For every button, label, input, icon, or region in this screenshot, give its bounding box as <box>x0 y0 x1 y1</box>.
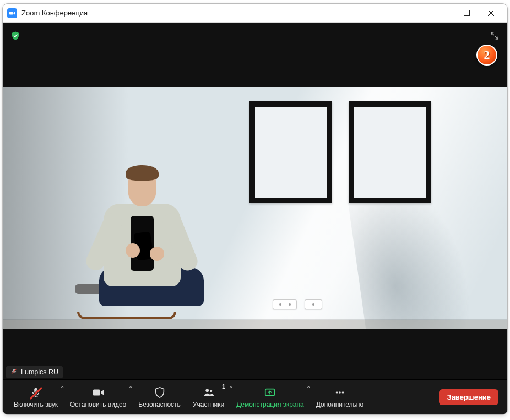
chevron-up-icon[interactable]: ⌃ <box>128 385 133 391</box>
wall-picture-frame <box>349 101 431 203</box>
security-button[interactable]: Безопасность <box>133 382 186 413</box>
svg-point-11 <box>209 390 211 392</box>
seated-person <box>61 215 204 319</box>
participants-count: 1 <box>222 383 225 390</box>
wall-socket <box>305 299 322 309</box>
stop-video-button[interactable]: Остановить видео ⌃ <box>64 382 132 413</box>
meeting-area: 2 <box>3 23 507 414</box>
meeting-topbar <box>3 23 507 51</box>
share-screen-button[interactable]: Демонстрация экрана ⌃ <box>231 382 310 413</box>
meeting-toolbar: Включить звук ⌃ Остановить видео ⌃ Безоп… <box>3 379 507 414</box>
window-minimize-button[interactable] <box>430 4 454 23</box>
app-window: Zoom Конференция 2 <box>2 3 508 415</box>
annotation-step-badge: 2 <box>476 45 497 66</box>
wall-socket <box>273 299 297 309</box>
toolbar-label: Дополнительно <box>316 401 363 408</box>
muted-mic-icon <box>10 368 18 377</box>
annotation-step-number: 2 <box>484 48 490 62</box>
participant-video[interactable] <box>3 87 507 329</box>
video-container <box>3 51 507 365</box>
window-close-button[interactable] <box>479 4 503 23</box>
end-meeting-button[interactable]: Завершение <box>439 389 498 405</box>
unmute-audio-button[interactable]: Включить звук ⌃ <box>8 382 63 413</box>
svg-point-15 <box>342 391 344 394</box>
svg-point-13 <box>336 391 338 394</box>
svg-rect-0 <box>9 12 13 14</box>
wall-picture-frame <box>249 101 332 203</box>
svg-rect-9 <box>93 390 100 396</box>
toolbar-label: Демонстрация экрана <box>236 401 304 408</box>
chevron-up-icon[interactable]: ⌃ <box>60 385 64 391</box>
chevron-up-icon[interactable]: ⌃ <box>306 385 311 391</box>
window-maximize-button[interactable] <box>454 4 479 23</box>
svg-rect-2 <box>464 10 469 16</box>
more-options-button[interactable]: Дополнительно <box>311 382 369 413</box>
window-title: Zoom Конференция <box>21 9 88 17</box>
toolbar-label: Участники <box>193 401 224 408</box>
participant-name-label: Lumpics RU <box>21 368 58 376</box>
enter-fullscreen-button[interactable] <box>490 31 500 43</box>
toolbar-label: Остановить видео <box>70 401 126 408</box>
participants-button[interactable]: Участники 1 ⌃ <box>187 382 230 413</box>
toolbar-label: Безопасность <box>138 401 181 408</box>
zoom-app-icon <box>7 8 17 18</box>
toolbar-label: Включить звук <box>14 401 58 408</box>
encryption-shield-icon[interactable] <box>10 31 20 43</box>
titlebar: Zoom Конференция <box>3 4 507 23</box>
nametag-row: Lumpics RU <box>3 365 507 379</box>
participant-nametag: Lumpics RU <box>6 366 63 378</box>
svg-point-14 <box>339 391 341 394</box>
svg-point-10 <box>205 389 209 392</box>
end-button-label: Завершение <box>447 393 491 401</box>
